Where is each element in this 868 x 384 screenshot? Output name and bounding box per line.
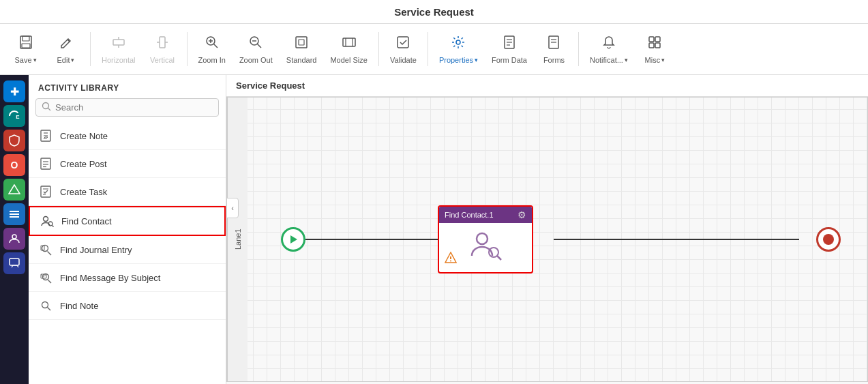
svg-rect-17 <box>299 40 304 45</box>
svg-line-10 <box>213 44 218 48</box>
forms-label: Forms <box>543 56 565 64</box>
svg-rect-31 <box>655 37 660 42</box>
toolbar-notifications[interactable]: Notificat... ▾ <box>584 31 633 68</box>
toolbar-zoom-out[interactable]: Zoom Out <box>234 31 278 68</box>
svg-line-54 <box>53 226 54 227</box>
properties-icon <box>451 35 466 53</box>
sidebar-item-find-journal-label: Find Journal Entry <box>60 245 132 255</box>
search-box <box>35 98 219 117</box>
sidebar-item-find-journal[interactable]: Find Journal Entry <box>29 236 226 264</box>
canvas-area: Service Request Lane1 <box>226 75 868 384</box>
canvas-content[interactable]: Lane1 <box>226 97 868 382</box>
svg-point-72 <box>477 233 488 244</box>
activity-list: Create Note Create Post <box>29 122 226 384</box>
standard-icon <box>294 35 309 53</box>
sidebar-item-create-note-label: Create Note <box>60 131 108 141</box>
svg-point-41 <box>43 103 49 109</box>
end-node-inner <box>823 234 834 245</box>
leftnav-dynamics[interactable]: E <box>3 105 25 127</box>
lane-label: Lane1 <box>227 98 248 381</box>
svg-rect-49 <box>41 186 50 197</box>
svg-point-39 <box>12 235 16 239</box>
svg-rect-2 <box>22 44 30 48</box>
misc-label: Misc <box>645 56 661 64</box>
toolbar-forms[interactable]: Forms <box>535 31 573 68</box>
toolbar-properties[interactable]: Properties ▾ <box>434 31 483 68</box>
activity-node-body <box>439 223 532 271</box>
leftnav-office[interactable]: O <box>3 154 25 176</box>
leftnav-drive[interactable] <box>3 179 25 201</box>
toolbar-misc[interactable]: Misc ▾ <box>636 31 674 68</box>
svg-rect-40 <box>10 259 19 265</box>
toolbar-horizontal[interactable]: Horizontal <box>96 31 141 68</box>
svg-rect-32 <box>649 43 654 48</box>
start-node[interactable] <box>281 227 305 252</box>
canvas-title: Service Request <box>236 80 305 91</box>
notifications-label: Notificat... <box>590 56 623 64</box>
find-contact-icon <box>40 213 55 228</box>
zoom-in-icon <box>205 35 220 53</box>
properties-label: Properties <box>439 56 473 64</box>
sidebar-item-create-post[interactable]: Create Post <box>29 150 226 178</box>
create-note-icon <box>38 128 53 143</box>
form-data-label: Form Data <box>492 56 527 64</box>
sidebar-item-find-contact-label: Find Contact <box>61 216 112 226</box>
edit-icon <box>59 35 74 53</box>
toolbar: Save ▾ Edit ▾ Horizontal <box>0 24 868 75</box>
toolbar-standard[interactable]: Standard <box>281 31 323 68</box>
toolbar-model-size[interactable]: Model Size <box>325 31 372 68</box>
svg-point-22 <box>456 40 460 44</box>
edit-label: Edit <box>57 56 70 64</box>
activity-node-gear-icon[interactable]: ⚙ <box>518 209 526 220</box>
notifications-icon <box>601 35 616 53</box>
leftnav-chat[interactable] <box>3 252 25 274</box>
sidebar-item-create-task[interactable]: Create Task <box>29 178 226 206</box>
activity-node-find-contact[interactable]: Find Contact.1 ⚙ <box>438 205 533 274</box>
svg-rect-33 <box>655 43 660 48</box>
main-content: ✚ E O <box>0 75 868 384</box>
leftnav-shield[interactable] <box>3 130 25 151</box>
svg-rect-6 <box>160 37 165 48</box>
svg-point-73 <box>489 248 498 257</box>
topbar-title: Service Request <box>394 6 474 18</box>
create-task-icon <box>38 184 53 199</box>
svg-text:E: E <box>16 114 20 120</box>
sidebar-item-create-note[interactable]: Create Note <box>29 122 226 150</box>
toolbar-validate[interactable]: Validate <box>385 31 422 68</box>
toolbar-edit[interactable]: Edit ▾ <box>47 31 85 68</box>
toolbar-zoom-in[interactable]: Zoom In <box>193 31 231 68</box>
zoom-out-label: Zoom Out <box>239 56 273 64</box>
end-node[interactable] <box>816 227 841 252</box>
sidebar-item-find-message-label: Find Message By Subject <box>60 273 160 283</box>
svg-line-14 <box>258 44 262 48</box>
standard-label: Standard <box>286 56 317 64</box>
activity-node-person-search-icon <box>468 227 503 267</box>
svg-rect-30 <box>649 37 654 42</box>
sidebar-item-find-contact[interactable]: Find Contact <box>29 206 226 236</box>
toolbar-save[interactable]: Save ▾ <box>7 31 44 68</box>
activity-sidebar: Activity Library <box>29 75 226 384</box>
sidebar-item-find-note-label: Find Note <box>60 301 98 311</box>
leftnav-user[interactable] <box>3 228 25 250</box>
model-size-icon <box>342 35 357 53</box>
toolbar-form-data[interactable]: Form Data <box>486 31 533 68</box>
leftnav-list[interactable] <box>3 203 25 225</box>
forms-icon <box>546 35 561 53</box>
misc-icon <box>647 35 662 53</box>
form-data-icon <box>502 35 517 53</box>
svg-rect-18 <box>343 38 355 46</box>
sidebar-item-find-note[interactable]: Find Note <box>29 292 226 320</box>
horizontal-label: Horizontal <box>102 56 136 64</box>
toolbar-vertical[interactable]: Vertical <box>144 31 181 68</box>
leftnav-plus[interactable]: ✚ <box>3 80 25 102</box>
save-label: Save <box>14 56 31 64</box>
activity-node-title: Find Contact.1 <box>445 211 494 219</box>
sidebar-item-find-message[interactable]: Find Message By Subject <box>29 264 226 292</box>
collapse-sidebar-button[interactable]: ‹ <box>226 198 239 218</box>
svg-rect-1 <box>23 36 29 41</box>
find-note-icon <box>38 298 53 313</box>
find-journal-icon <box>38 242 53 257</box>
create-post-icon <box>38 156 53 171</box>
search-input[interactable] <box>55 102 213 113</box>
svg-line-74 <box>497 256 501 260</box>
